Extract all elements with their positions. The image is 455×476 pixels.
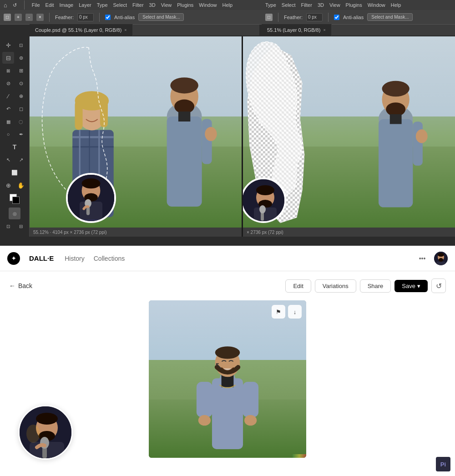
eraser-tool[interactable]: ◻ — [15, 103, 27, 115]
dalle-image-area: ⚑ ↓ ↖ — [9, 300, 446, 469]
menu-image[interactable]: Image — [60, 2, 74, 8]
ps-history-icon[interactable]: ↺ — [13, 2, 17, 8]
screen-mode[interactable]: ⊡ — [2, 220, 14, 232]
background-color[interactable] — [12, 197, 20, 204]
menu-filter[interactable]: Filter — [132, 2, 143, 8]
menu-r-plugins[interactable]: Plugins — [346, 2, 362, 8]
menu-edit[interactable]: Edit — [46, 2, 54, 8]
dalle-logo: ✦ — [7, 252, 20, 265]
svg-rect-16 — [75, 101, 83, 130]
dalle-user-avatar[interactable] — [434, 252, 448, 265]
color-artifact — [293, 454, 306, 458]
select-mask-button[interactable]: Select and Mask... — [138, 13, 184, 21]
anti-alias-checkbox[interactable] — [105, 15, 111, 20]
r-select-mask-button[interactable]: Select and Mask... — [367, 13, 413, 21]
extra-tool[interactable]: ⊟ — [15, 220, 27, 232]
feather-label: Feather: — [55, 15, 74, 20]
svg-point-36 — [416, 129, 428, 143]
download-button[interactable]: ↓ — [288, 305, 302, 319]
dalle-generated-image: ⚑ ↓ ↖ — [149, 300, 306, 458]
menu-window[interactable]: Window — [199, 2, 217, 8]
back-arrow-icon: ← — [9, 282, 15, 289]
menu-r-type[interactable]: Type — [265, 2, 276, 8]
color-swatches[interactable] — [10, 194, 20, 204]
menu-r-help[interactable]: Help — [391, 2, 401, 8]
back-button[interactable]: ← Edit Back — [9, 279, 32, 292]
nav-history[interactable]: History — [65, 253, 85, 264]
tab-label-right: 55.1% (Layer 0, RGB/8) — [267, 27, 320, 33]
path-select-tool[interactable]: ↖ — [2, 154, 14, 166]
r-anti-alias-checkbox[interactable] — [334, 15, 339, 20]
gradient-tool[interactable]: ▦ — [2, 116, 14, 127]
menu-view[interactable]: View — [161, 2, 172, 8]
edit-button[interactable]: Edit — [285, 279, 311, 293]
artboard-tool[interactable]: ⊡ — [15, 39, 27, 51]
svg-point-47 — [439, 258, 443, 262]
tab-close-couple[interactable]: × — [124, 28, 126, 32]
menu-type[interactable]: Type — [97, 2, 108, 8]
menu-file[interactable]: File — [32, 2, 40, 8]
flag-icon: ⚑ — [276, 309, 281, 315]
rectangular-marquee-tool[interactable]: ⊟ — [2, 52, 14, 64]
menu-r-3d[interactable]: 3D — [318, 2, 324, 8]
menu-r-filter[interactable]: Filter — [301, 2, 312, 8]
heal-tool[interactable]: ⊙ — [15, 77, 27, 89]
feather-input[interactable] — [77, 13, 94, 21]
lasso-tool[interactable]: ⊚ — [15, 52, 27, 64]
menu-layer[interactable]: Layer — [79, 2, 91, 8]
ps-status-text-left: 55.12% · 4104 px × 2736 px (72 ppi) — [33, 230, 107, 235]
nav-collections[interactable]: Collections — [94, 253, 125, 264]
shape-tool[interactable]: ⬜ — [9, 167, 20, 178]
svg-point-32 — [382, 81, 410, 96]
svg-rect-54 — [243, 382, 258, 417]
menu-3d[interactable]: 3D — [149, 2, 156, 8]
menu-select[interactable]: Select — [113, 2, 127, 8]
quick-mask-mode[interactable]: ◎ — [9, 208, 20, 219]
blur-tool[interactable]: ◌ — [15, 116, 27, 127]
share-button[interactable]: Share — [360, 279, 391, 293]
ps-avatar-left — [66, 173, 116, 223]
crop-tool[interactable]: ⊞ — [15, 65, 27, 76]
zoom-tool[interactable]: ⊕ — [2, 179, 14, 191]
tab-close-right[interactable]: × — [323, 28, 325, 32]
dalle-image-overlay-buttons: ⚑ ↓ — [272, 305, 302, 319]
svg-point-43 — [259, 205, 266, 213]
save-button[interactable]: Save ▾ — [394, 280, 428, 292]
flag-button[interactable]: ⚑ — [272, 305, 285, 319]
intersect-selection-icon[interactable]: × — [36, 14, 44, 21]
brush-tool[interactable]: ∕ — [2, 90, 14, 102]
dodge-tool[interactable]: ○ — [2, 128, 14, 140]
dalle-nav: History Collections — [65, 253, 125, 264]
dalle-more-options-button[interactable]: ••• — [416, 252, 429, 265]
move-tool[interactable]: ✛ — [2, 39, 14, 51]
svg-point-4 — [175, 100, 195, 114]
ps-tab-right[interactable]: 55.1% (Layer 0, RGB/8) × — [262, 24, 332, 36]
history-button[interactable]: ↺ — [431, 279, 446, 293]
svg-rect-17 — [100, 101, 108, 128]
eyedropper-tool[interactable]: ⊘ — [2, 77, 14, 89]
object-selection-tool[interactable]: ⊠ — [2, 65, 14, 76]
history-brush-tool[interactable]: ↶ — [2, 103, 14, 115]
dalle-sidebar-avatar — [18, 405, 73, 460]
ps-right-panel: × 2736 px (72 ppi) — [243, 36, 455, 237]
dots-icon: ••• — [419, 255, 426, 262]
menu-r-view[interactable]: View — [329, 2, 340, 8]
menu-help[interactable]: Help — [222, 2, 233, 8]
r-new-selection-icon[interactable]: □ — [265, 14, 273, 21]
variations-button[interactable]: Variations — [315, 279, 356, 293]
clone-stamp-tool[interactable]: ⊕ — [15, 90, 27, 102]
r-feather-label: Feather: — [284, 15, 303, 20]
hand-tool[interactable]: ✋ — [15, 179, 27, 191]
subtract-selection-icon[interactable]: - — [25, 14, 33, 21]
menu-r-select[interactable]: Select — [282, 2, 296, 8]
pen-tool[interactable]: ✒ — [15, 128, 27, 140]
new-selection-icon[interactable]: □ — [4, 14, 11, 21]
ps-home-icon[interactable]: ⌂ — [4, 2, 7, 9]
add-selection-icon[interactable]: + — [15, 14, 22, 21]
menu-plugins[interactable]: Plugins — [177, 2, 193, 8]
r-feather-input[interactable] — [306, 13, 323, 21]
ps-tab-couple[interactable]: Couple.psd @ 55.1% (Layer 0, RGB/8) × — [30, 24, 133, 36]
menu-r-window[interactable]: Window — [368, 2, 385, 8]
type-tool[interactable]: T — [9, 141, 20, 153]
direct-select-tool[interactable]: ↗ — [15, 154, 27, 166]
